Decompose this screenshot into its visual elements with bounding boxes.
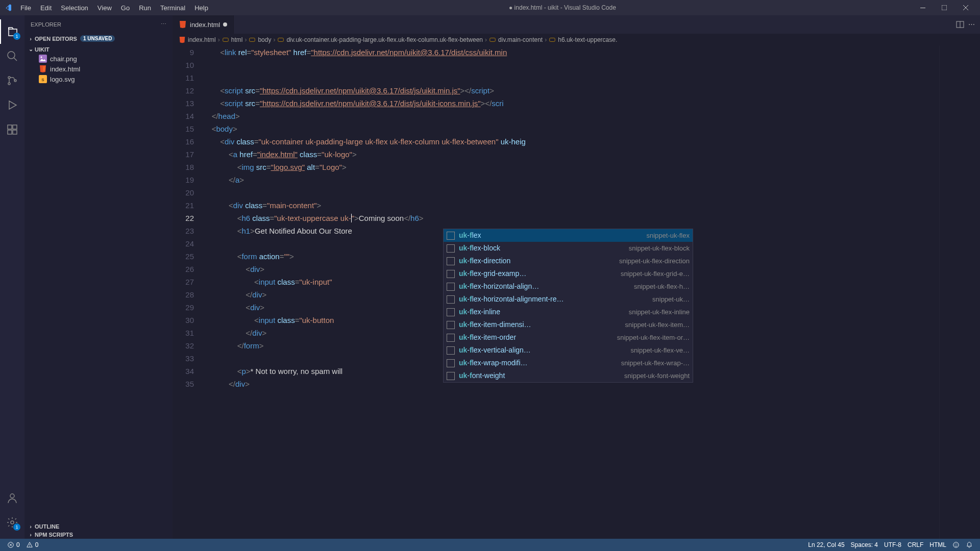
tab-label: index.html [190, 21, 220, 29]
split-editor-icon[interactable] [956, 20, 964, 29]
file-item[interactable]: index.html [24, 64, 173, 74]
search-icon[interactable] [0, 44, 24, 68]
autocomplete-item[interactable]: uk-flex-item-dimensi…snippet-uk-flex-ite… [444, 318, 693, 331]
svg-rect-1 [942, 5, 947, 10]
svg-point-7 [8, 83, 10, 85]
menu-selection[interactable]: Selection [57, 2, 92, 14]
maximize-button[interactable] [934, 1, 954, 15]
breadcrumb-item[interactable]: h6.uk-text-uppercase. [549, 36, 617, 43]
svg-rect-11 [8, 130, 12, 134]
html-file-icon [179, 36, 186, 43]
sidebar-more-icon[interactable]: ⋯ [161, 21, 166, 28]
debug-icon[interactable] [0, 93, 24, 117]
autocomplete-item[interactable]: uk-flex-horizontal-align…snippet-uk-flex… [444, 280, 693, 293]
menu-file[interactable]: File [16, 2, 35, 14]
svg-rect-10 [13, 125, 17, 129]
svg-file-icon: S [39, 75, 47, 83]
outline-header[interactable]: › OUTLINE [24, 522, 173, 531]
folder-header[interactable]: ⌄ UIKIT [24, 45, 173, 54]
breadcrumb-item[interactable]: body [249, 36, 271, 43]
extensions-icon[interactable] [0, 117, 24, 142]
autocomplete-item[interactable]: uk-flex-horizontal-alignment-re…snippet-… [444, 293, 693, 306]
warnings-count[interactable]: 0 [23, 541, 42, 548]
svg-point-16 [41, 57, 42, 58]
file-name: chair.png [50, 55, 77, 63]
explorer-badge: 1 [13, 33, 20, 40]
tabs: index.html ⋯ [173, 15, 980, 34]
svg-point-13 [10, 494, 14, 498]
source-control-icon[interactable] [0, 68, 24, 93]
svg-rect-15 [39, 55, 47, 63]
chevron-right-icon: › [218, 36, 220, 43]
autocomplete-item[interactable]: uk-flex-directionsnippet-uk-flex-directi… [444, 255, 693, 267]
snippet-icon [447, 321, 455, 329]
tab-index-html[interactable]: index.html [173, 15, 234, 34]
snippet-icon [447, 334, 455, 342]
chevron-right-icon: › [27, 532, 35, 538]
errors-count[interactable]: 0 [4, 541, 23, 548]
cursor-position[interactable]: Ln 22, Col 45 [805, 541, 847, 548]
language-mode[interactable]: HTML [926, 541, 949, 548]
sidebar-header: EXPLORER ⋯ [24, 15, 173, 33]
explorer-icon[interactable]: 1 [0, 19, 24, 44]
minimize-button[interactable] [913, 1, 933, 15]
breadcrumb-item[interactable]: html [222, 36, 243, 43]
vscode-icon [4, 4, 12, 12]
svg-rect-23 [278, 38, 284, 42]
svg-rect-22 [250, 38, 255, 42]
account-icon[interactable] [0, 486, 24, 510]
tag-icon [222, 36, 229, 43]
feedback-icon[interactable] [949, 541, 963, 548]
breadcrumb[interactable]: index.html › html › body › div.uk-contai… [173, 34, 980, 46]
menu-help[interactable]: Help [190, 2, 212, 14]
menu-run[interactable]: Run [135, 2, 155, 14]
indentation[interactable]: Spaces: 4 [848, 541, 881, 548]
breadcrumb-item[interactable]: div.main-content [489, 36, 543, 43]
menu-view[interactable]: View [93, 2, 116, 14]
autocomplete-item[interactable]: uk-flex-blocksnippet-uk-flex-block [444, 242, 693, 255]
image-file-icon [39, 55, 47, 63]
minimap[interactable] [939, 46, 980, 539]
outline-label: OUTLINE [35, 523, 59, 530]
file-item[interactable]: S logo.svg [24, 74, 173, 84]
autocomplete-item[interactable]: uk-flex-wrap-modifi…snippet-uk-flex-wrap… [444, 357, 693, 369]
breadcrumb-item[interactable]: div.uk-container.uk-padding-large.uk-fle… [277, 36, 483, 43]
npm-scripts-label: NPM SCRIPTS [35, 532, 73, 538]
html-file-icon [39, 65, 47, 73]
eol[interactable]: CRLF [904, 541, 926, 548]
settings-icon[interactable]: 1 [0, 510, 24, 535]
open-editors-header[interactable]: › OPEN EDITORS 1 UNSAVED [24, 34, 173, 43]
svg-point-6 [8, 77, 10, 79]
svg-text:S: S [41, 78, 44, 82]
menu-edit[interactable]: Edit [36, 2, 56, 14]
menu-go[interactable]: Go [117, 2, 134, 14]
snippet-icon [447, 283, 455, 291]
more-actions-icon[interactable]: ⋯ [968, 20, 975, 29]
code-editor[interactable]: 9101112131415161718192021222324252627282… [173, 46, 980, 539]
snippet-icon [447, 270, 455, 278]
svg-point-32 [955, 544, 955, 544]
npm-scripts-header[interactable]: › NPM SCRIPTS [24, 531, 173, 539]
titlebar: File Edit Selection View Go Run Terminal… [0, 0, 980, 15]
autocomplete-item[interactable]: uk-flex-inlinesnippet-uk-flex-inline [444, 306, 693, 318]
chevron-right-icon: › [244, 36, 247, 43]
encoding[interactable]: UTF-8 [881, 541, 904, 548]
svg-point-30 [29, 546, 30, 546]
close-button[interactable] [955, 1, 976, 15]
chevron-right-icon: › [545, 36, 547, 43]
menu-terminal[interactable]: Terminal [156, 2, 189, 14]
notifications-icon[interactable] [963, 541, 976, 548]
autocomplete-item[interactable]: uk-flex-vertical-align…snippet-uk-flex-v… [444, 344, 693, 357]
autocomplete-item[interactable]: uk-flex-item-ordersnippet-uk-flex-item-o… [444, 331, 693, 344]
autocomplete-popup[interactable]: uk-flexsnippet-uk-flexuk-flex-blocksnipp… [443, 229, 693, 383]
breadcrumb-item[interactable]: index.html [179, 36, 216, 43]
html-file-icon [179, 20, 187, 29]
autocomplete-item[interactable]: uk-flex-grid-examp…snippet-uk-flex-grid-… [444, 267, 693, 280]
unsaved-badge: 1 UNSAVED [80, 35, 115, 42]
autocomplete-item[interactable]: uk-flexsnippet-uk-flex [444, 229, 693, 242]
file-name: logo.svg [50, 76, 75, 83]
file-item[interactable]: chair.png [24, 54, 173, 64]
svg-point-4 [8, 52, 15, 59]
tag-icon [249, 36, 256, 43]
autocomplete-item[interactable]: uk-font-weightsnippet-uk-font-weight [444, 369, 693, 382]
